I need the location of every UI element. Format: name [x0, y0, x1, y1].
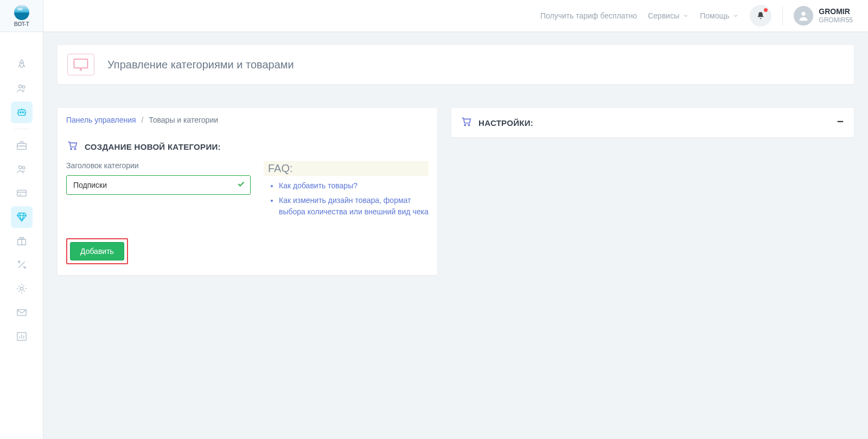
cart-icon: [66, 139, 78, 154]
services-dropdown[interactable]: Сервисы: [648, 11, 689, 20]
diamond-icon: [16, 211, 28, 223]
faq-item[interactable]: Как добавить товары?: [279, 180, 429, 192]
chart-icon: [16, 330, 28, 342]
bot-icon: [16, 106, 28, 118]
nav-chart[interactable]: [11, 326, 33, 347]
nav-gift[interactable]: [11, 230, 33, 252]
faq-title: FAQ:: [264, 161, 429, 176]
people-icon: [16, 163, 28, 175]
panel-create-category: Панель управления / Товары и категории С…: [58, 108, 437, 275]
sidebar: BOT-T: [0, 0, 43, 439]
breadcrumb-sep: /: [142, 116, 144, 124]
svg-point-17: [74, 148, 75, 149]
cart-icon: [460, 116, 472, 130]
svg-point-14: [802, 12, 806, 16]
user-icon: [797, 10, 809, 22]
category-title-label: Заголовок категории: [66, 161, 251, 170]
svg-point-19: [468, 124, 469, 125]
svg-point-16: [71, 148, 72, 149]
tools-icon: [16, 259, 28, 271]
nav-tools[interactable]: [11, 254, 33, 276]
svg-point-7: [18, 166, 22, 169]
nav-diamond[interactable]: [11, 206, 33, 228]
svg-point-18: [464, 124, 465, 125]
chevron-down-icon: [682, 12, 689, 19]
nav-briefcase[interactable]: [11, 135, 33, 156]
help-label: Помощь: [700, 11, 729, 20]
nav-rocket[interactable]: [11, 54, 33, 75]
svg-point-2: [22, 86, 25, 88]
svg-rect-3: [18, 110, 25, 115]
mail-icon: [16, 307, 28, 319]
separator: [782, 6, 783, 26]
check-icon: [237, 180, 245, 190]
nav-people[interactable]: [11, 158, 33, 180]
add-button[interactable]: Добавить: [70, 242, 124, 260]
user-name: GROMIR: [819, 7, 853, 16]
svg-point-5: [22, 112, 23, 113]
topbar: Получить тариф бесплатно Сервисы Помощь …: [43, 0, 868, 32]
help-dropdown[interactable]: Помощь: [700, 11, 739, 20]
logo-text: BOT-T: [14, 21, 29, 27]
panel-create-title: СОЗДАНИЕ НОВОЙ КАТЕГОРИИ:: [85, 142, 221, 151]
services-label: Сервисы: [648, 11, 679, 20]
bell-icon: [756, 11, 765, 21]
nav-users[interactable]: [11, 78, 33, 99]
add-button-highlight: Добавить: [66, 238, 128, 264]
chevron-down-icon: [732, 12, 739, 19]
svg-point-11: [20, 287, 23, 290]
breadcrumb-root[interactable]: Панель управления: [66, 116, 136, 124]
notification-dot: [764, 8, 768, 12]
svg-rect-12: [17, 310, 26, 316]
panel-settings: НАСТРОЙКИ:: [451, 108, 854, 137]
svg-rect-9: [17, 190, 26, 196]
nav-card[interactable]: [11, 182, 33, 204]
monitor-icon: [67, 54, 94, 75]
page-title: Управление категориями и товарами: [107, 59, 294, 71]
collapse-button[interactable]: [835, 117, 845, 129]
notifications-button[interactable]: [750, 5, 771, 27]
page-header: Управление категориями и товарами: [58, 45, 854, 84]
minus-icon: [835, 117, 845, 126]
gift-icon: [16, 235, 28, 247]
svg-point-1: [18, 85, 22, 88]
svg-point-8: [22, 167, 25, 169]
user-menu[interactable]: GROMIR GROMIR55: [794, 6, 853, 26]
breadcrumb: Панель управления / Товары и категории: [58, 108, 437, 132]
svg-point-0: [21, 62, 22, 64]
faq-list: Как добавить товары? Как изменить дизайн…: [264, 176, 429, 218]
gear-icon: [16, 283, 28, 295]
logo[interactable]: BOT-T: [0, 0, 43, 32]
panel-settings-title: НАСТРОЙКИ:: [478, 118, 533, 128]
users-icon: [16, 82, 28, 94]
nav-mail[interactable]: [11, 302, 33, 323]
briefcase-icon: [16, 139, 28, 151]
category-title-input[interactable]: [66, 175, 251, 195]
faq-item[interactable]: Как изменить дизайн товара, формат выбор…: [279, 195, 429, 218]
svg-rect-15: [74, 59, 88, 68]
card-icon: [16, 187, 28, 199]
tariff-link[interactable]: Получить тариф бесплатно: [540, 11, 637, 20]
nav-bot[interactable]: [11, 101, 33, 123]
svg-point-4: [20, 112, 21, 113]
rocket-icon: [16, 59, 28, 71]
user-handle: GROMIR55: [819, 16, 853, 24]
breadcrumb-current[interactable]: Товары и категории: [149, 116, 218, 124]
avatar: [794, 6, 813, 26]
nav-settings[interactable]: [11, 278, 33, 300]
logo-icon: [14, 5, 29, 20]
